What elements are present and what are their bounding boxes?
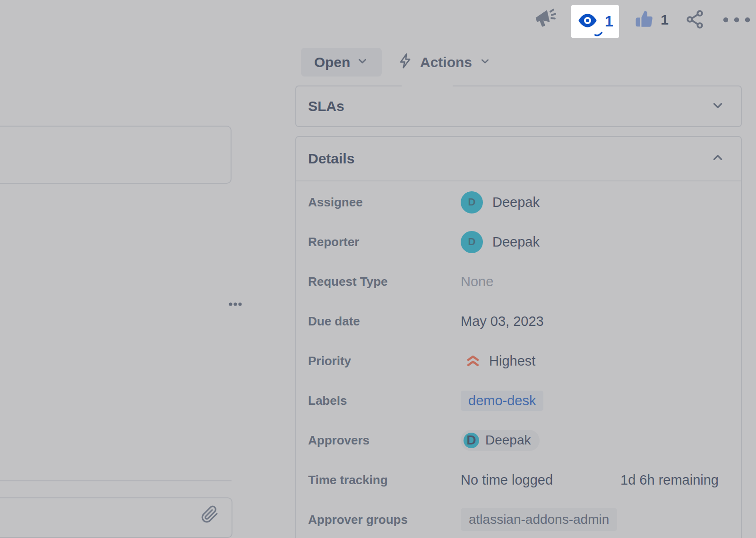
actions-label: Actions [420, 54, 472, 70]
due-date-text: May 03, 2023 [461, 314, 544, 329]
labels-value: demo-desk [461, 391, 741, 411]
request-type-text: None [461, 274, 493, 290]
avatar: D [461, 231, 483, 253]
time-logged-text: No time logged [461, 472, 553, 488]
jira-issue-view: 1 Open Actions SLAs [0, 0, 756, 538]
field-row-due-date: Due date May 03, 2023 [296, 301, 741, 341]
priority-value[interactable]: Highest [461, 353, 741, 369]
chevron-down-icon [356, 54, 369, 70]
field-label: Approver groups [308, 512, 461, 527]
field-label: Assignee [308, 195, 461, 210]
approvers-value: D Deepak [461, 430, 741, 451]
attach-button[interactable] [200, 506, 219, 525]
feedback-button[interactable] [534, 9, 558, 31]
assignee-value[interactable]: D Deepak [461, 191, 741, 213]
reporter-value[interactable]: D Deepak [461, 231, 741, 253]
field-row-assignee: Assignee D Deepak [296, 182, 741, 222]
field-row-approvers: Approvers D Deepak [296, 420, 741, 460]
ellipsis-icon [228, 300, 242, 308]
actions-dropdown[interactable]: Actions [398, 49, 491, 76]
lightning-icon [398, 53, 413, 72]
status-dropdown[interactable]: Open [301, 48, 382, 77]
reporter-name: Deepak [492, 234, 540, 250]
beacon-arc [594, 30, 602, 39]
eye-icon [578, 13, 597, 30]
field-label: Approvers [308, 433, 461, 448]
comment-input-box[interactable] [0, 497, 232, 538]
field-row-priority: Priority Highest [296, 341, 741, 381]
details-panel: Details Assignee D Deepak Reporter D Dee… [295, 136, 742, 538]
field-row-labels: Labels demo-desk [296, 381, 741, 420]
field-row-time-tracking: Time tracking No time logged 1d 6h remai… [296, 460, 741, 500]
time-tracking-value[interactable]: No time logged 1d 6h remaining [461, 472, 741, 488]
thumbs-up-icon [634, 9, 654, 31]
like-button[interactable]: 1 [632, 9, 670, 31]
details-title: Details [308, 151, 354, 167]
megaphone-icon [534, 8, 558, 32]
share-button[interactable] [684, 9, 706, 31]
field-row-request-type: Request Type None [296, 262, 741, 301]
paperclip-icon [201, 505, 219, 525]
priority-highest-icon [465, 354, 481, 368]
chevron-up-icon [711, 151, 725, 167]
field-label: Request Type [308, 274, 461, 289]
details-panel-header[interactable]: Details [296, 137, 741, 180]
chevron-down-icon [711, 98, 725, 114]
due-date-value[interactable]: May 03, 2023 [461, 314, 741, 329]
label-tag[interactable]: demo-desk [461, 391, 543, 411]
time-remaining-text: 1d 6h remaining [620, 472, 719, 488]
priority-text: Highest [489, 353, 535, 369]
like-count: 1 [661, 12, 669, 28]
field-row-reporter: Reporter D Deepak [296, 222, 741, 262]
approver-name: Deepak [485, 433, 531, 448]
show-more-button[interactable] [227, 298, 244, 310]
border-gap [402, 84, 453, 88]
field-label: Time tracking [308, 473, 461, 487]
divider [0, 480, 232, 481]
ellipsis-icon [723, 16, 750, 25]
field-label: Labels [308, 393, 461, 408]
approver-group-chip[interactable]: atlassian-addons-admin [461, 508, 617, 531]
slas-title: SLAs [308, 98, 344, 114]
status-label: Open [314, 54, 351, 70]
approver-chip[interactable]: D Deepak [461, 430, 540, 451]
field-label: Priority [308, 354, 461, 368]
request-type-value[interactable]: None [461, 274, 741, 290]
divider [296, 180, 741, 181]
slas-panel: SLAs [295, 85, 742, 127]
field-label: Due date [308, 314, 461, 329]
field-label: Reporter [308, 235, 461, 249]
watch-count: 1 [605, 13, 613, 30]
assignee-name: Deepak [492, 195, 540, 210]
chevron-down-icon [479, 54, 491, 70]
details-fields: Assignee D Deepak Reporter D Deepak Requ… [296, 182, 741, 538]
avatar: D [461, 191, 483, 213]
field-row-approver-groups: Approver groups atlassian-addons-admin [296, 500, 741, 538]
share-icon [685, 9, 705, 32]
avatar: D [464, 433, 479, 448]
watch-button-spotlight[interactable]: 1 [571, 5, 619, 38]
slas-panel-header[interactable]: SLAs [296, 86, 741, 126]
more-options-button[interactable] [722, 16, 751, 25]
approver-groups-value: atlassian-addons-admin [461, 508, 741, 531]
description-box [0, 126, 232, 184]
